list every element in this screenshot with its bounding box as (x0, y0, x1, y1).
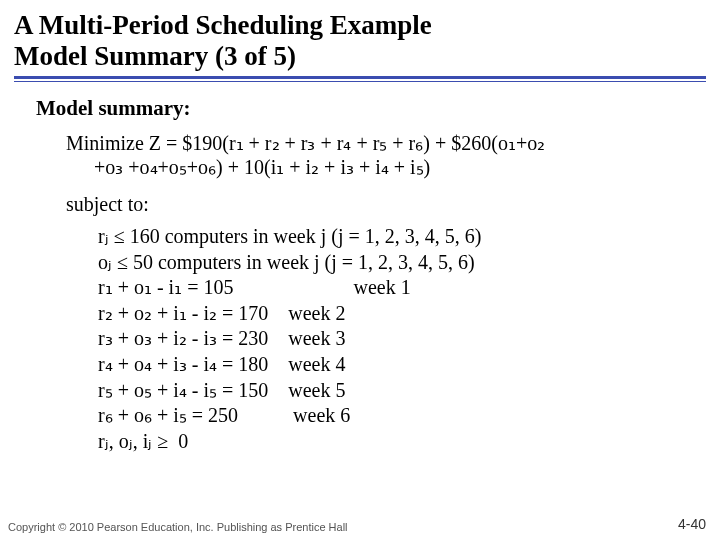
constraint-week2: r₂ + o₂ + i₁ - i₂ = 170 week 2 (98, 301, 706, 327)
title-line-2: Model Summary (3 of 5) (14, 41, 296, 71)
objective-function: Minimize Z = $190(r₁ + r₂ + r₃ + r₄ + r₅… (66, 131, 670, 179)
constraint-week4: r₄ + o₄ + i₃ - i₄ = 180 week 4 (98, 352, 706, 378)
constraint-nonneg: rⱼ, oⱼ, iⱼ ≥ 0 (98, 429, 706, 455)
constraint-week5: r₅ + o₅ + i₄ - i₅ = 150 week 5 (98, 378, 706, 404)
constraint-week1: r₁ + o₁ - i₁ = 105 week 1 (98, 275, 706, 301)
subject-to-label: subject to: (66, 193, 706, 216)
section-heading: Model summary: (36, 96, 706, 121)
constraint-r: rⱼ ≤ 160 computers in week j (j = 1, 2, … (98, 224, 706, 250)
page-number: 4-40 (678, 516, 706, 532)
constraint-week3: r₃ + o₃ + i₂ - i₃ = 230 week 3 (98, 326, 706, 352)
constraint-o: oⱼ ≤ 50 computers in week j (j = 1, 2, 3… (98, 250, 706, 276)
title-line-1: A Multi-Period Scheduling Example (14, 10, 432, 40)
slide-title: A Multi-Period Scheduling Example Model … (14, 10, 706, 72)
title-underline (14, 76, 706, 82)
objective-line-2: +o₃ +o₄+o₅+o₆) + 10(i₁ + i₂ + i₃ + i₄ + … (66, 155, 670, 179)
copyright-text: Copyright © 2010 Pearson Education, Inc.… (8, 521, 348, 534)
objective-line-1: Minimize Z = $190(r₁ + r₂ + r₃ + r₄ + r₅… (66, 132, 545, 154)
constraint-block: rⱼ ≤ 160 computers in week j (j = 1, 2, … (98, 224, 706, 454)
constraint-week6: r₆ + o₆ + i₅ = 250 week 6 (98, 403, 706, 429)
